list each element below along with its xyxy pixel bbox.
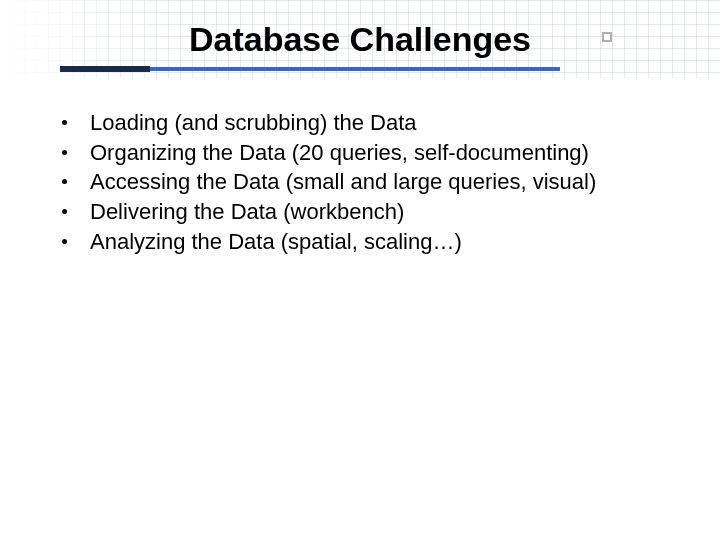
bullet-list: Loading (and scrubbing) the Data Organiz… xyxy=(56,108,680,256)
underline-dark-segment xyxy=(60,66,150,72)
bullet-dot-icon xyxy=(62,179,67,184)
list-item: Analyzing the Data (spatial, scaling…) xyxy=(56,227,680,257)
corner-square-icon xyxy=(602,32,612,42)
list-item-text: Accessing the Data (small and large quer… xyxy=(90,169,596,194)
list-item: Organizing the Data (20 queries, self-do… xyxy=(56,138,680,168)
list-item-text: Loading (and scrubbing) the Data xyxy=(90,110,417,135)
bullet-dot-icon xyxy=(62,209,67,214)
bullet-dot-icon xyxy=(62,239,67,244)
slide-title: Database Challenges xyxy=(189,20,531,59)
underline-blue-segment xyxy=(150,67,560,71)
list-item: Accessing the Data (small and large quer… xyxy=(56,167,680,197)
title-underline xyxy=(60,66,560,76)
content-area: Loading (and scrubbing) the Data Organiz… xyxy=(56,108,680,256)
list-item-text: Delivering the Data (workbench) xyxy=(90,199,404,224)
list-item-text: Organizing the Data (20 queries, self-do… xyxy=(90,140,589,165)
list-item: Loading (and scrubbing) the Data xyxy=(56,108,680,138)
slide: Database Challenges Loading (and scrubbi… xyxy=(0,0,720,540)
title-container: Database Challenges xyxy=(0,20,720,59)
list-item: Delivering the Data (workbench) xyxy=(56,197,680,227)
list-item-text: Analyzing the Data (spatial, scaling…) xyxy=(90,229,462,254)
bullet-dot-icon xyxy=(62,150,67,155)
bullet-dot-icon xyxy=(62,120,67,125)
